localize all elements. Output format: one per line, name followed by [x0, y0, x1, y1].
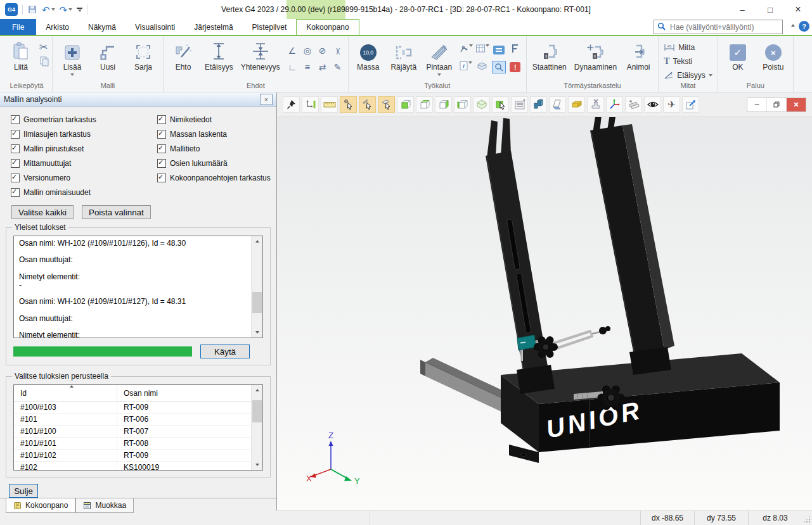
info-document-icon[interactable]: i — [459, 61, 472, 73]
check-geometry[interactable]: Geometrian tarkastus — [11, 115, 157, 124]
view-left-icon[interactable] — [454, 96, 471, 113]
tab-kokoonpano[interactable]: Kokoonpano — [296, 19, 359, 35]
check-appearances[interactable]: Ilmiasujen tarkastus — [11, 130, 157, 139]
close-icon[interactable]: × — [784, 0, 812, 19]
scroll-thumb[interactable] — [252, 292, 262, 313]
constraint-button[interactable]: Ehto — [166, 37, 200, 73]
add-dropdown-icon[interactable] — [70, 73, 74, 76]
tab-visualisointi[interactable]: Visualisointi — [126, 19, 184, 35]
check-mass-calculation[interactable]: Massan laskenta — [157, 130, 271, 139]
animate-button[interactable]: Animoi — [621, 37, 655, 73]
table-row[interactable]: #102KS100019 — [14, 462, 251, 470]
part-icon[interactable] — [530, 96, 547, 113]
add-button[interactable]: Lisää — [55, 37, 89, 77]
ok-button[interactable]: ✓ OK — [721, 37, 755, 73]
parallel-constraint-icon[interactable]: ≡ — [305, 62, 310, 72]
pin-icon[interactable] — [283, 96, 300, 113]
tab-pistepilvet[interactable]: Pistepilvet — [243, 19, 297, 35]
check-version-number[interactable]: Versionumero — [11, 174, 157, 182]
measure-distance-dropdown-icon[interactable] — [709, 74, 712, 77]
minimize-icon[interactable]: – — [728, 0, 756, 19]
table-row[interactable]: #101/#100RT-007 — [14, 426, 251, 438]
kinematics-icon[interactable] — [459, 44, 473, 56]
equal-distance-constraint-icon[interactable]: ⇄ — [319, 62, 326, 72]
doc-restore-icon[interactable] — [766, 98, 786, 111]
warning-icon[interactable]: ! — [510, 62, 520, 72]
check-part-count[interactable]: Osien lukumäärä — [157, 159, 271, 168]
symmetry-constraint-icon[interactable]: )( — [336, 47, 339, 54]
column-header-name[interactable]: Osan nimi — [117, 385, 251, 401]
search-input[interactable] — [669, 22, 779, 32]
model-truing-stand[interactable]: UNIOR — [420, 113, 780, 463]
measure-fit-icon[interactable] — [302, 96, 319, 113]
table-scrollbar[interactable] — [251, 385, 262, 470]
select-edge-icon[interactable] — [359, 96, 376, 113]
check-dimension-variables[interactable]: Mittamuuttujat — [11, 159, 157, 168]
perpendicular-constraint-icon[interactable]: ∟ — [288, 62, 297, 72]
select-visible-icon[interactable] — [492, 96, 509, 113]
fix-constraint-icon[interactable]: ✎ — [334, 62, 342, 72]
measure-distance-button[interactable]: ? Etäisyys — [664, 69, 712, 81]
box-icon[interactable] — [477, 61, 487, 72]
mass-button[interactable]: 10,0 Massa — [351, 37, 385, 73]
explode-button[interactable]: Räjäytä — [387, 37, 421, 73]
customize-toolbar-icon[interactable] — [77, 8, 82, 12]
paste-button[interactable]: Liitä — [4, 37, 38, 73]
to-surface-dropdown-icon[interactable] — [437, 73, 441, 76]
app-logo[interactable]: G4 — [5, 3, 18, 16]
check-model-info[interactable]: Mallitieto — [157, 144, 271, 153]
equalize-icon[interactable] — [493, 46, 505, 54]
new-button[interactable]: Uusi — [91, 37, 125, 73]
to-surface-button[interactable]: Pintaan — [422, 37, 456, 77]
coincidence-constraint-button[interactable]: Yhtenevyys — [238, 37, 283, 73]
dynamic-collision-button[interactable]: ! Dynaaminen — [571, 37, 620, 73]
dimension-button[interactable]: 45 Mitta — [664, 41, 712, 53]
table-row[interactable]: #101RT-006 — [14, 414, 251, 426]
help-icon[interactable]: ? — [799, 21, 809, 32]
check-drawings[interactable]: Mallin piirustukset — [11, 144, 157, 153]
results-textbox[interactable]: Osan nimi: WH-102 (#109/#101/#126), Id =… — [13, 236, 263, 338]
undo-icon[interactable]: ↶ — [42, 5, 55, 15]
tab-jarjestelma[interactable]: Järjestelmä — [184, 19, 242, 35]
coordinate-system-icon[interactable] — [606, 96, 623, 113]
table-row[interactable]: #101/#102RT-009 — [14, 450, 251, 462]
scroll-up-icon[interactable] — [255, 389, 259, 391]
resize-grip[interactable] — [802, 511, 812, 525]
select-all-button[interactable]: Valitse kaikki — [11, 205, 74, 219]
tab-nakyma[interactable]: Näkymä — [79, 19, 126, 35]
static-collision-button[interactable]: ! Staattinen — [529, 37, 570, 73]
distance-constraint-button[interactable]: Etäisyys — [202, 37, 236, 73]
zoom-check-icon[interactable] — [492, 61, 506, 73]
exit-button[interactable]: × Poistu — [756, 37, 790, 73]
table-row[interactable]: #101/#101RT-008 — [14, 438, 251, 450]
panel-titlebar[interactable]: Mallin analysointi × — [0, 92, 276, 107]
view-iso-icon[interactable] — [473, 96, 490, 113]
table-icon[interactable] — [475, 44, 489, 56]
scroll-down-icon[interactable] — [255, 464, 259, 466]
save-icon[interactable] — [27, 4, 37, 15]
column-header-id[interactable]: Id — [14, 389, 117, 398]
results-scrollbar[interactable] — [251, 236, 262, 338]
collapse-ribbon-icon[interactable] — [791, 24, 795, 27]
edit-dimensions-icon[interactable] — [625, 96, 642, 113]
scroll-up-icon[interactable] — [255, 240, 259, 243]
table-row[interactable]: #100/#103RT-009 — [14, 402, 251, 414]
tab-arkisto[interactable]: Arkisto — [36, 19, 79, 35]
view-front-icon[interactable] — [397, 96, 414, 113]
cut-icon[interactable]: ✂ — [39, 42, 49, 53]
copy-icon[interactable] — [39, 56, 49, 68]
series-button[interactable]: Sarja — [126, 37, 160, 73]
scroll-down-icon[interactable] — [255, 331, 259, 334]
select-point-icon[interactable] — [340, 96, 357, 113]
visibility-eye-icon[interactable] — [644, 96, 661, 113]
tab-file[interactable]: File — [0, 19, 36, 35]
section-plane-icon[interactable] — [549, 96, 566, 113]
concentric-constraint-icon[interactable]: ◎ — [304, 46, 311, 56]
profile-icon[interactable] — [511, 44, 520, 56]
text-button[interactable]: T Teksti — [664, 55, 712, 67]
doc-minimize-icon[interactable]: – — [747, 98, 766, 111]
scroll-thumb[interactable] — [252, 400, 262, 422]
apply-button[interactable]: Käytä — [200, 345, 250, 358]
notes-icon[interactable] — [511, 96, 528, 113]
view-right-icon[interactable] — [435, 96, 452, 113]
